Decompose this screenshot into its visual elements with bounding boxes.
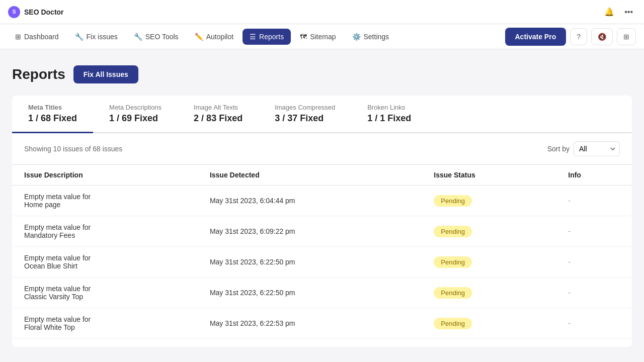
tab-broken-links-label: Broken Links [367, 104, 411, 111]
nav-item-sitemap[interactable]: 🗺 Sitemap [293, 29, 343, 45]
app-logo: S [8, 6, 20, 18]
cell-info-0: - [556, 186, 632, 216]
cell-status-0: Pending [422, 186, 556, 216]
fix-all-issues-button[interactable]: Fix All Issues [73, 65, 138, 83]
seo-tools-icon: 🔧 [134, 33, 142, 41]
activate-pro-button[interactable]: Activate Pro [505, 28, 567, 46]
cell-info-4: - [556, 308, 632, 339]
app-name: SEO Doctor [24, 8, 64, 16]
nav-left: ⊞ Dashboard 🔧 Fix issues 🔧 SEO Tools ✏️ … [8, 29, 396, 45]
nav-right: Activate Pro ? 🔇 ⊞ [505, 28, 636, 46]
nav-item-dashboard[interactable]: ⊞ Dashboard [8, 29, 66, 45]
tab-meta-descriptions-value: 1 / 69 Fixed [109, 113, 162, 124]
tab-image-alt-texts-value: 2 / 83 Fixed [194, 113, 243, 124]
cell-status-3: Pending [422, 278, 556, 308]
tab-images-compressed-label: Images Compressed [275, 104, 335, 111]
nav-item-settings[interactable]: ⚙️ Settings [345, 29, 396, 45]
sound-icon: 🔇 [598, 33, 606, 41]
autopilot-icon: ✏️ [195, 33, 203, 41]
page-header: Reports Fix All Issues [12, 65, 632, 83]
grid-icon: ⊞ [623, 33, 629, 41]
sound-button[interactable]: 🔇 [591, 28, 613, 45]
sort-select[interactable]: All Pending Fixed [574, 141, 620, 156]
cell-description-3: Empty meta value forClassic Varsity Top [12, 278, 198, 308]
status-badge-1: Pending [434, 226, 472, 237]
page-title: Reports [12, 66, 65, 82]
fix-issues-icon: 🔧 [75, 33, 84, 41]
tab-images-compressed-value: 3 / 37 Fixed [275, 113, 335, 124]
cell-detected-0: May 31st 2023, 6:04:44 pm [198, 186, 422, 216]
table-head: Issue Description Issue Detected Issue S… [12, 165, 632, 186]
tab-meta-titles[interactable]: Meta Titles 1 / 68 Fixed [12, 96, 93, 133]
cell-info-1: - [556, 216, 632, 247]
table-showing-text: Showing 10 issues of 68 issues [24, 145, 122, 153]
sitemap-icon: 🗺 [300, 33, 307, 41]
settings-icon: ⚙️ [352, 33, 361, 41]
table-row: Empty meta value forFloral White Top May… [12, 308, 632, 339]
cell-detected-4: May 31st 2023, 6:22:53 pm [198, 308, 422, 339]
tab-meta-titles-label: Meta Titles [28, 104, 77, 111]
cell-description-2: Empty meta value forOcean Blue Shirt [12, 247, 198, 278]
notification-bell-button[interactable]: 🔔 [601, 4, 617, 20]
table-body: Empty meta value forHome page May 31st 2… [12, 186, 632, 339]
tab-image-alt-texts-label: Image Alt Texts [194, 104, 243, 111]
tab-meta-descriptions[interactable]: Meta Descriptions 1 / 69 Fixed [93, 96, 178, 133]
table-header-row: Issue Description Issue Detected Issue S… [12, 165, 632, 186]
sort-row: Sort by All Pending Fixed [547, 141, 620, 156]
cell-status-1: Pending [422, 216, 556, 247]
tab-meta-titles-value: 1 / 68 Fixed [28, 113, 77, 124]
table-info-row: Showing 10 issues of 68 issues Sort by A… [12, 133, 632, 164]
top-bar: S SEO Doctor 🔔 ••• [0, 0, 644, 24]
cell-detected-2: May 31st 2023, 6:22:50 pm [198, 247, 422, 278]
tab-broken-links[interactable]: Broken Links 1 / 1 Fixed [351, 96, 427, 133]
status-badge-0: Pending [434, 195, 472, 207]
dashboard-icon: ⊞ [15, 33, 21, 41]
help-button[interactable]: ? [570, 28, 587, 45]
cell-status-2: Pending [422, 247, 556, 278]
reports-icon: ☰ [250, 33, 256, 41]
table-container: Showing 10 issues of 68 issues Sort by A… [12, 133, 632, 347]
col-issue-description: Issue Description [12, 165, 198, 186]
status-badge-2: Pending [434, 256, 472, 268]
nav-bar: ⊞ Dashboard 🔧 Fix issues 🔧 SEO Tools ✏️ … [0, 24, 644, 49]
cell-info-2: - [556, 247, 632, 278]
top-bar-right: 🔔 ••• [601, 4, 636, 20]
cell-detected-3: May 31st 2023, 6:22:50 pm [198, 278, 422, 308]
cell-description-1: Empty meta value forMandatory Fees [12, 216, 198, 247]
table-row: Empty meta value forClassic Varsity Top … [12, 278, 632, 308]
col-issue-detected: Issue Detected [198, 165, 422, 186]
tab-image-alt-texts[interactable]: Image Alt Texts 2 / 83 Fixed [178, 96, 259, 133]
nav-item-autopilot[interactable]: ✏️ Autopilot [188, 29, 240, 45]
table-row: Empty meta value forHome page May 31st 2… [12, 186, 632, 216]
table-row: Empty meta value forMandatory Fees May 3… [12, 216, 632, 247]
nav-item-fix-issues[interactable]: 🔧 Fix issues [68, 29, 125, 45]
sort-label: Sort by [547, 145, 570, 153]
help-icon: ? [577, 33, 581, 41]
nav-item-reports[interactable]: ☰ Reports [243, 29, 291, 45]
col-info: Info [556, 165, 632, 186]
cell-description-4: Empty meta value forFloral White Top [12, 308, 198, 339]
tabs-container: Meta Titles 1 / 68 Fixed Meta Descriptio… [12, 96, 632, 133]
cell-detected-1: May 31st 2023, 6:09:22 pm [198, 216, 422, 247]
grid-view-button[interactable]: ⊞ [617, 28, 636, 45]
table-row: Empty meta value forOcean Blue Shirt May… [12, 247, 632, 278]
tab-broken-links-value: 1 / 1 Fixed [367, 113, 411, 124]
nav-item-seo-tools[interactable]: 🔧 SEO Tools [127, 29, 186, 45]
main-content: Reports Fix All Issues Meta Titles 1 / 6… [0, 49, 644, 362]
status-badge-4: Pending [434, 318, 472, 329]
issues-table: Issue Description Issue Detected Issue S… [12, 164, 632, 339]
tab-images-compressed[interactable]: Images Compressed 3 / 37 Fixed [259, 96, 351, 133]
app-logo-initials: S [13, 9, 16, 15]
more-options-button[interactable]: ••• [621, 5, 636, 20]
cell-status-4: Pending [422, 308, 556, 339]
col-issue-status: Issue Status [422, 165, 556, 186]
top-bar-left: S SEO Doctor [8, 6, 64, 18]
cell-description-0: Empty meta value forHome page [12, 186, 198, 216]
cell-info-3: - [556, 278, 632, 308]
tab-meta-descriptions-label: Meta Descriptions [109, 104, 162, 111]
status-badge-3: Pending [434, 287, 472, 299]
